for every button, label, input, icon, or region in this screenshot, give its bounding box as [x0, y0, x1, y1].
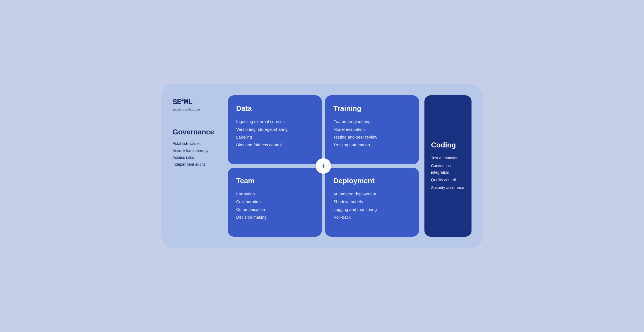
coding-item-3: Quality control: [431, 177, 465, 183]
deployment-card-items: Automated deployment Shadow models Loggi…: [333, 191, 411, 221]
logo-superscript: 4: [181, 98, 184, 103]
deployment-item-3: Logging and monitoring: [333, 206, 411, 213]
governance-item-3: Assess risks: [172, 155, 222, 160]
deployment-card: Deployment Automated deployment Shadow m…: [325, 168, 419, 237]
team-item-3: Communication: [236, 206, 313, 213]
sidebar: SE4ML se-ml.github.io Governance Establi…: [172, 95, 228, 237]
plus-symbol: +: [321, 161, 326, 171]
coding-item-4: Security assurance: [431, 185, 465, 191]
coding-panel: Coding Test automation Continuous integr…: [424, 95, 472, 237]
data-card-title: Data: [236, 104, 313, 113]
deployment-card-title: Deployment: [333, 177, 411, 185]
training-card: Training Feature engineering Model evalu…: [325, 95, 419, 164]
data-card-items: Ingesting external sources Versioning, s…: [236, 118, 313, 148]
governance-title: Governance: [172, 128, 222, 136]
governance-item-1: Establish values: [172, 141, 222, 147]
governance-items: Establish values Ensure transparency Ass…: [172, 141, 222, 167]
logo-area: SE4ML se-ml.github.io: [172, 98, 222, 111]
training-card-title: Training: [333, 104, 411, 113]
deployment-item-1: Automated deployment: [333, 191, 411, 197]
main-container: SE4ML se-ml.github.io Governance Establi…: [161, 84, 483, 248]
governance-item-2: Ensure transparency: [172, 148, 222, 154]
team-card-items: Formation Collaboration Communication De…: [236, 191, 313, 221]
training-item-1: Feature engineering: [333, 118, 411, 125]
training-card-items: Feature engineering Model evaluation Tes…: [333, 118, 411, 148]
coding-item-1: Test automation: [431, 155, 465, 162]
team-card: Team Formation Collaboration Communicati…: [228, 168, 322, 237]
logo-url[interactable]: se-ml.github.io: [172, 108, 222, 111]
team-item-2: Collaboration: [236, 198, 313, 205]
data-item-4: Bias and fairness control: [236, 142, 313, 148]
deployment-item-4: Roll-back: [333, 214, 411, 221]
data-item-2: Versioning, storage, sharing: [236, 126, 313, 133]
data-item-3: Labeling: [236, 134, 313, 141]
logo-ml: ML: [184, 98, 192, 106]
deployment-item-2: Shadow models: [333, 198, 411, 205]
team-card-title: Team: [236, 177, 313, 185]
main-area: + Data Ingesting external sources Versio…: [228, 95, 472, 237]
team-item-4: Decision making: [236, 214, 313, 221]
data-card: Data Ingesting external sources Versioni…: [228, 95, 322, 164]
training-item-4: Training automation: [333, 142, 411, 148]
governance-item-4: Independent audits: [172, 162, 222, 167]
training-item-3: Testing and peer review: [333, 134, 411, 141]
logo-se: SE: [172, 98, 181, 106]
team-item-1: Formation: [236, 191, 313, 197]
training-item-2: Model evaluation: [333, 126, 411, 133]
coding-items: Test automation Continuous integration Q…: [431, 155, 465, 191]
plus-circle: +: [316, 158, 331, 174]
coding-title: Coding: [431, 141, 465, 149]
grid-columns: + Data Ingesting external sources Versio…: [228, 95, 419, 237]
coding-item-2: Continuous integration: [431, 163, 465, 176]
logo: SE4ML: [172, 98, 222, 107]
data-item-1: Ingesting external sources: [236, 118, 313, 125]
